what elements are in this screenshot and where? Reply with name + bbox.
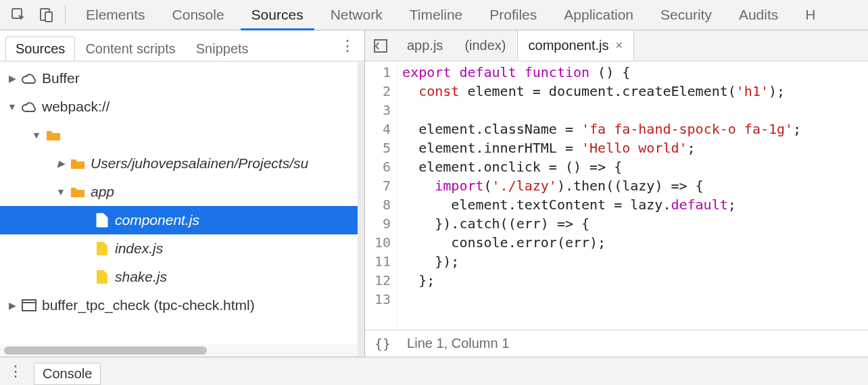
tree-file-index[interactable]: index.js (0, 234, 364, 263)
tab-profiles[interactable]: Profiles (476, 0, 550, 30)
tree-label: buffer_tpc_check (tpc-check.html) (42, 297, 255, 313)
chevron-down-icon: ▼ (55, 186, 66, 197)
tab-security[interactable]: Security (647, 0, 725, 30)
file-tree: ▶ Buffer ▼ webpack:// ▼ ▶ (0, 61, 364, 344)
editor-status-bar: {} Line 1, Column 1 (365, 330, 868, 357)
svg-rect-3 (22, 300, 36, 311)
tree-file-component[interactable]: component.js (0, 206, 364, 234)
tab-console[interactable]: Console (159, 0, 238, 30)
folder-icon (45, 126, 62, 144)
file-icon (93, 211, 111, 229)
close-icon[interactable]: × (615, 38, 623, 53)
tab-overflow[interactable]: H (792, 0, 829, 30)
js-file-icon (93, 268, 111, 286)
chevron-down-icon: ▼ (7, 101, 18, 112)
editor-tab-label: component.js (529, 38, 609, 53)
main-area: Sources Content scripts Snippets ⋮ ▶ Buf… (0, 30, 868, 357)
devtools-main-tabs: Elements Console Sources Network Timelin… (0, 0, 868, 30)
tree-file-shake[interactable]: shake.js (0, 263, 364, 291)
cursor-position: Line 1, Column 1 (407, 336, 509, 351)
tree-label: webpack:// (42, 99, 110, 115)
tab-application[interactable]: Application (550, 0, 647, 30)
tab-divider (65, 5, 66, 24)
cloud-icon (20, 98, 38, 116)
chevron-down-icon: ▼ (31, 130, 42, 140)
tab-audits[interactable]: Audits (725, 0, 792, 30)
drawer-tab-console[interactable]: Console (34, 363, 101, 385)
drawer-more-icon[interactable]: ⋮ (4, 360, 27, 383)
folder-icon (69, 155, 87, 172)
tree-label: Buffer (42, 70, 80, 86)
tree-frame-buffer-tpc[interactable]: ▶ buffer_tpc_check (tpc-check.html) (0, 291, 364, 319)
folder-icon (69, 183, 87, 201)
tree-label: index.js (115, 240, 163, 257)
navigator-toggle-icon[interactable] (365, 30, 396, 61)
tab-timeline[interactable]: Timeline (396, 0, 477, 30)
pretty-print-icon[interactable]: {} (375, 336, 391, 352)
scrollbar-thumb[interactable] (4, 346, 207, 355)
editor-tab-bar: app.js (index) component.js × (365, 30, 868, 61)
subtab-content-scripts[interactable]: Content scripts (75, 36, 185, 61)
tab-elements[interactable]: Elements (72, 0, 159, 30)
editor-tab-index[interactable]: (index) (454, 30, 516, 61)
subtab-snippets[interactable]: Snippets (186, 36, 259, 61)
editor-tab-label: (index) (464, 38, 506, 53)
editor-panel: app.js (index) component.js × 1234567891… (365, 30, 868, 357)
code-content[interactable]: export default function () { const eleme… (397, 61, 801, 330)
tree-domain-buffer[interactable]: ▶ Buffer (0, 64, 364, 93)
navigator-more-icon[interactable]: ⋮ (337, 36, 358, 56)
cloud-icon (20, 70, 38, 87)
tree-label: shake.js (115, 269, 167, 285)
horizontal-scrollbar[interactable] (0, 344, 364, 357)
navigator-subtabs: Sources Content scripts Snippets ⋮ (0, 30, 364, 61)
line-gutter: 12345678910111213 (365, 61, 397, 330)
tree-label: component.js (115, 212, 199, 228)
tab-network[interactable]: Network (317, 0, 396, 30)
svg-rect-2 (45, 12, 52, 22)
sources-navigator: Sources Content scripts Snippets ⋮ ▶ Buf… (0, 30, 365, 357)
editor-tab-app[interactable]: app.js (396, 30, 454, 61)
js-file-icon (93, 240, 111, 257)
tree-domain-webpack[interactable]: ▼ webpack:// (0, 93, 364, 121)
tree-folder-app[interactable]: ▼ app (0, 178, 364, 206)
tree-folder-users[interactable]: ▶ Users/juhovepsalainen/Projects/su (0, 149, 364, 178)
inspect-element-icon[interactable] (4, 1, 32, 29)
drawer-bar: ⋮ Console (0, 357, 868, 385)
code-editor[interactable]: 12345678910111213 export default functio… (365, 61, 868, 330)
chevron-right-icon: ▶ (7, 300, 18, 311)
frame-icon (20, 297, 38, 314)
editor-tab-component[interactable]: component.js × (517, 30, 634, 61)
tree-folder-root[interactable]: ▼ (0, 121, 364, 149)
editor-tab-label: app.js (407, 38, 443, 53)
chevron-right-icon: ▶ (55, 158, 66, 169)
subtab-sources[interactable]: Sources (5, 36, 75, 61)
chevron-right-icon: ▶ (7, 73, 18, 84)
device-toolbar-icon[interactable] (32, 1, 61, 29)
tree-label: app (91, 184, 114, 200)
tree-label: Users/juhovepsalainen/Projects/su (91, 155, 308, 172)
tab-sources[interactable]: Sources (238, 0, 317, 30)
